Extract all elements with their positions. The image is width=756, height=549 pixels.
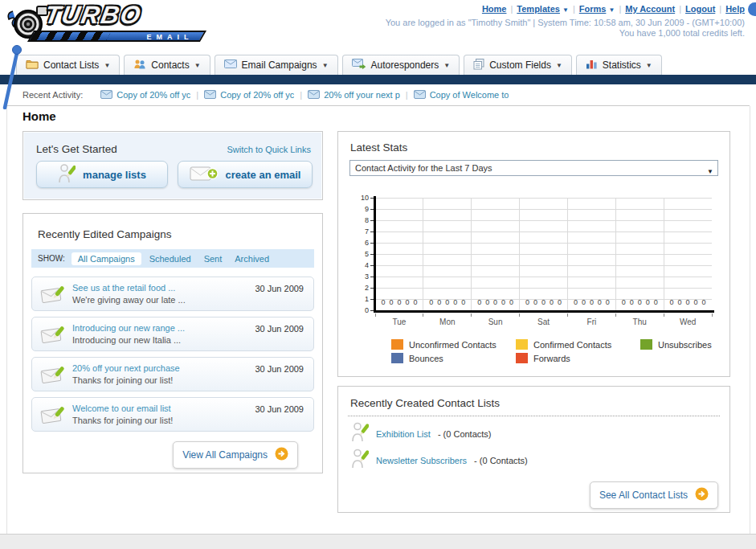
page-title: Home	[22, 109, 56, 123]
svg-text:7: 7	[365, 227, 369, 236]
stats-period-select[interactable]: Contact Activity for the Last 7 Days ▼	[349, 160, 718, 176]
view-all-campaigns-button[interactable]: View All Campaigns	[173, 441, 298, 469]
contact-activity-chart: 01234567891000000Tue00000Mon00000Sun0000…	[351, 191, 718, 336]
logo-subtitle: EMAIL	[146, 33, 193, 41]
nav-link-logout[interactable]: Logout	[685, 4, 715, 14]
campaign-row[interactable]: Introducing our new range ...Introducing…	[31, 317, 314, 351]
svg-text:3: 3	[365, 272, 369, 281]
tab-contact-lists[interactable]: Contact Lists▼	[16, 55, 120, 75]
filter-scheduled[interactable]: Scheduled	[149, 254, 191, 264]
footer-strip	[0, 534, 756, 549]
tab-label: Custom Fields	[489, 59, 551, 71]
logo-hatch	[30, 32, 111, 40]
recent-activity-item[interactable]: 20% off your next p	[308, 90, 400, 100]
recent-activity-item[interactable]: Copy of 20% off yc	[204, 90, 294, 100]
svg-text:0: 0	[461, 298, 465, 306]
tab-label: Statistics	[603, 59, 641, 71]
chevron-down-icon: ▼	[443, 62, 450, 69]
svg-text:0: 0	[622, 298, 626, 306]
campaign-row[interactable]: See us at the retail food ...We're givin…	[31, 277, 314, 311]
legend-swatch	[391, 353, 403, 363]
svg-text:0: 0	[550, 298, 554, 306]
svg-text:5: 5	[365, 250, 369, 258]
divider: |	[406, 90, 408, 100]
svg-text:Sun: Sun	[488, 318, 503, 326]
manage-lists-button[interactable]: manage lists	[36, 161, 168, 188]
top-nav: Home|Templates ▼|Forms ▼|My Account|Logo…	[482, 4, 745, 14]
filter-all-campaigns[interactable]: All Campaigns	[72, 252, 141, 265]
logo-bar: EMAIL	[27, 31, 206, 42]
contact-list-link[interactable]: Newsletter Subscribers	[376, 456, 467, 465]
main-tabbar: Contact Lists▼Contacts▼Email Campaigns▼A…	[16, 55, 662, 75]
small-envelope-icon	[100, 90, 112, 100]
recent-activity-link: Copy of 20% off yc	[220, 90, 294, 100]
get-started-panel: Let's Get Started Switch to Quick Links …	[22, 131, 323, 200]
switch-quick-links-link[interactable]: Switch to Quick Links	[227, 145, 311, 154]
tab-contacts[interactable]: Contacts▼	[124, 55, 210, 75]
tab-label: Contact Lists	[43, 59, 99, 71]
svg-text:0: 0	[646, 298, 650, 306]
campaign-row[interactable]: Welcome to our email listThanks for join…	[31, 397, 314, 432]
nav-link-forms[interactable]: Forms	[579, 4, 607, 14]
contact-list-row[interactable]: Newsletter Subscribers- (0 Contacts)	[351, 447, 528, 473]
campaign-date: 30 Jun 2009	[255, 284, 304, 293]
see-all-contact-lists-button[interactable]: See All Contact Lists	[590, 481, 718, 509]
contact-list-items: Exhibition List- (0 Contacts)Newsletter …	[351, 420, 528, 473]
svg-text:6: 6	[365, 239, 369, 247]
svg-text:0: 0	[453, 298, 457, 306]
svg-text:10: 10	[361, 194, 369, 202]
contact-list-row[interactable]: Exhibition List- (0 Contacts)	[351, 420, 528, 447]
envelope-forward-icon	[352, 59, 366, 72]
recent-activity-item[interactable]: Copy of 20% off yc	[100, 90, 190, 100]
campaign-title-link[interactable]: See us at the retail food ...	[72, 283, 175, 293]
svg-text:0: 0	[654, 298, 658, 306]
campaign-row[interactable]: 20% off your next purchaseThanks for joi…	[31, 357, 314, 391]
show-label: SHOW:	[38, 254, 65, 263]
nav-link-my-account[interactable]: My Account	[625, 4, 675, 14]
envelope-pencil-icon	[40, 364, 66, 390]
nav-link-templates[interactable]: Templates	[517, 4, 560, 14]
view-all-campaigns-label: View All Campaigns	[182, 449, 268, 461]
svg-text:0: 0	[701, 298, 705, 306]
envelope-icon	[224, 59, 237, 71]
campaign-title-link[interactable]: Welcome to our email list	[72, 404, 171, 413]
svg-text:0: 0	[598, 298, 602, 306]
divider: |	[679, 4, 681, 14]
tab-email-campaigns[interactable]: Email Campaigns▼	[215, 55, 338, 75]
filter-sent[interactable]: Sent	[204, 254, 223, 264]
svg-text:0: 0	[574, 298, 578, 306]
legend-item-unconfirmed-contacts: Unconfirmed Contacts	[391, 339, 516, 350]
create-email-button[interactable]: create an email	[178, 161, 313, 188]
divider: |	[573, 4, 575, 14]
svg-text:Mon: Mon	[439, 318, 455, 326]
credits-info: You have 1,000 total credits left.	[619, 28, 745, 38]
nav-link-help[interactable]: Help	[725, 4, 745, 14]
svg-text:0: 0	[590, 298, 594, 306]
tab-statistics[interactable]: Statistics▼	[576, 55, 662, 75]
campaign-subtitle: We're giving away our late ...	[72, 295, 186, 305]
campaign-title-link[interactable]: 20% off your next purchase	[72, 363, 180, 373]
legend-swatch	[391, 339, 403, 350]
svg-text:0: 0	[525, 298, 529, 306]
tab-autoresponders[interactable]: Autoresponders▼	[342, 55, 460, 75]
legend-item-forwards: Forwards	[516, 353, 640, 363]
tab-custom-fields[interactable]: Custom Fields▼	[464, 55, 572, 75]
contact-list-link[interactable]: Exhibition List	[376, 429, 431, 439]
envelope-plus-icon	[190, 165, 219, 185]
folder-icon	[26, 59, 39, 72]
small-envelope-icon	[308, 90, 320, 100]
svg-text:0: 0	[693, 298, 697, 306]
manage-lists-label: manage lists	[83, 169, 146, 181]
chart-legend: Unconfirmed ContactsConfirmed ContactsUn…	[391, 339, 756, 363]
nav-link-home[interactable]: Home	[482, 4, 507, 14]
legend-label: Bounces	[409, 354, 443, 363]
campaign-title-link[interactable]: Introducing our new range ...	[72, 323, 185, 333]
filter-archived[interactable]: Archived	[235, 254, 269, 264]
contact-lists-panel: Recently Created Contact Lists Exhibitio…	[337, 386, 730, 513]
chevron-down-icon: ▼	[556, 62, 562, 69]
svg-text:Sat: Sat	[537, 318, 550, 326]
tab-label: Autoresponders	[371, 59, 439, 71]
campaigns-panel: Recently Edited Campaigns SHOW: All Camp…	[22, 213, 323, 473]
recent-activity-item[interactable]: Copy of Welcome to	[414, 90, 509, 100]
legend-label: Unconfirmed Contacts	[409, 340, 497, 350]
